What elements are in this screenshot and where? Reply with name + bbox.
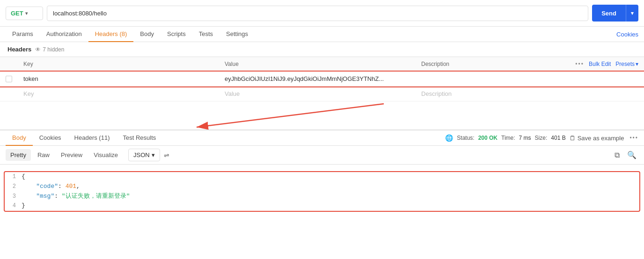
response-tab-test-results[interactable]: Test Results bbox=[116, 130, 162, 146]
desc-placeholder: Description bbox=[421, 90, 452, 97]
cookies-link[interactable]: Cookies bbox=[616, 27, 638, 42]
code-line-2: 2 "code": 401, bbox=[5, 182, 639, 192]
size-label: Size: bbox=[535, 135, 548, 141]
code-line-3: 3 "msg": "认证失败，请重新登录" bbox=[5, 192, 639, 201]
status-label: Status: bbox=[457, 135, 474, 141]
response-meta: 🌐 Status: 200 OK Time: 7 ms Size: 401 B … bbox=[445, 134, 638, 142]
empty-value-cell[interactable]: Value bbox=[219, 86, 416, 101]
table-row: token eyJhbGciOiJIUzI1NiJ9.eyJqdGkiOiJmM… bbox=[0, 72, 644, 86]
response-section: Body Cookies Headers (11) Test Results 🌐… bbox=[0, 130, 644, 218]
top-bar: GET ▾ Send ▾ bbox=[0, 0, 644, 27]
tab-body[interactable]: Body bbox=[133, 27, 161, 42]
row-value-value: eyJhbGciOiJIUzI1NiJ9.eyJqdGkiOiJmMmNjOGE… bbox=[225, 75, 384, 82]
bulk-edit-button[interactable]: Bulk Edit bbox=[589, 61, 611, 67]
arrow-svg bbox=[0, 101, 644, 130]
save-icon: 🗒 bbox=[570, 135, 576, 142]
row-actions-cell bbox=[569, 72, 644, 86]
row-key-value: token bbox=[23, 75, 38, 82]
more-options-response-icon[interactable]: ••• bbox=[629, 135, 638, 141]
tab-settings[interactable]: Settings bbox=[220, 27, 255, 42]
presets-chevron-icon: ▾ bbox=[636, 61, 638, 67]
tab-params[interactable]: Params bbox=[6, 27, 40, 42]
save-example-label: Save as example bbox=[578, 135, 624, 142]
format-type-chevron-icon: ▾ bbox=[152, 151, 155, 158]
th-key: Key bbox=[18, 57, 219, 72]
key-placeholder: Key bbox=[23, 90, 34, 97]
globe-icon: 🌐 bbox=[445, 134, 453, 142]
format-tab-raw[interactable]: Raw bbox=[33, 149, 54, 161]
empty-actions-cell bbox=[569, 86, 644, 101]
line-content-1: { bbox=[22, 172, 639, 182]
empty-desc-cell[interactable]: Description bbox=[416, 86, 569, 101]
eye-icon: 👁 bbox=[35, 46, 41, 53]
line-content-2: "code": 401, bbox=[22, 182, 639, 192]
response-tabs: Body Cookies Headers (11) Test Results 🌐… bbox=[0, 130, 644, 146]
format-tab-pretty[interactable]: Pretty bbox=[6, 149, 31, 161]
wrap-icon[interactable]: ⇌ bbox=[164, 151, 169, 159]
more-options-icon[interactable]: ••• bbox=[575, 61, 584, 67]
hidden-count: 7 hidden bbox=[43, 46, 64, 53]
th-value: Value bbox=[219, 57, 416, 72]
method-select[interactable]: GET ▾ bbox=[6, 7, 43, 20]
row-checkbox[interactable] bbox=[6, 76, 12, 82]
tab-authorization[interactable]: Authorization bbox=[40, 27, 88, 42]
method-chevron-icon: ▾ bbox=[25, 11, 28, 16]
annotation-area bbox=[0, 101, 644, 130]
method-label: GET bbox=[11, 10, 23, 17]
format-actions: ⧉ 🔍 bbox=[613, 149, 638, 161]
row-desc-cell[interactable] bbox=[416, 72, 569, 86]
code-line-4: 4 } bbox=[5, 201, 639, 211]
headers-title: Headers bbox=[7, 46, 31, 53]
th-description: Description bbox=[416, 57, 569, 72]
copy-button[interactable]: ⧉ bbox=[613, 149, 622, 161]
code-line-1: 1 { bbox=[5, 172, 639, 182]
line-num-1: 1 bbox=[5, 172, 22, 182]
save-as-example-button[interactable]: 🗒 Save as example bbox=[570, 135, 624, 142]
headers-table: Key Value Description ••• Bulk Edit Pres… bbox=[0, 57, 644, 101]
code-area: 1 { 2 "code": 401, 3 "msg": "认证失败，请重新登录"… bbox=[0, 165, 644, 218]
response-tab-headers[interactable]: Headers (11) bbox=[68, 130, 117, 146]
send-chevron-icon: ▾ bbox=[626, 7, 638, 20]
line-content-4: } bbox=[22, 201, 639, 211]
tab-scripts[interactable]: Scripts bbox=[161, 27, 192, 42]
send-button[interactable]: Send ▾ bbox=[592, 5, 638, 22]
response-tab-cookies[interactable]: Cookies bbox=[33, 130, 68, 146]
format-type-dropdown[interactable]: JSON ▾ bbox=[128, 149, 160, 161]
code-box: 1 { 2 "code": 401, 3 "msg": "认证失败，请重新登录"… bbox=[4, 171, 640, 212]
line-num-4: 4 bbox=[5, 201, 22, 211]
headers-section-header: Headers 👁 7 hidden bbox=[0, 42, 644, 57]
presets-button[interactable]: Presets ▾ bbox=[615, 61, 638, 67]
tab-tests[interactable]: Tests bbox=[192, 27, 220, 42]
row-key-cell[interactable]: token bbox=[18, 72, 219, 86]
value-placeholder: Value bbox=[225, 90, 240, 97]
line-content-3: "msg": "认证失败，请重新登录" bbox=[22, 192, 639, 201]
line-num-3: 3 bbox=[5, 192, 22, 201]
empty-key-cell[interactable]: Key bbox=[18, 86, 219, 101]
time-value: 7 ms bbox=[519, 135, 531, 141]
hidden-badge: 👁 7 hidden bbox=[35, 46, 64, 53]
empty-checkbox-cell bbox=[0, 86, 18, 101]
th-actions: ••• Bulk Edit Presets ▾ bbox=[569, 57, 644, 72]
svg-line-0 bbox=[197, 104, 384, 127]
response-tab-body[interactable]: Body bbox=[6, 130, 33, 146]
row-checkbox-cell bbox=[0, 72, 18, 86]
th-checkbox bbox=[0, 57, 18, 72]
size-value: 401 B bbox=[551, 135, 565, 141]
format-tab-preview[interactable]: Preview bbox=[56, 149, 87, 161]
format-bar: Pretty Raw Preview Visualize JSON ▾ ⇌ ⧉ … bbox=[0, 146, 644, 165]
time-label: Time: bbox=[501, 135, 515, 141]
search-button[interactable]: 🔍 bbox=[625, 149, 638, 161]
send-button-label: Send bbox=[592, 6, 626, 21]
format-type-label: JSON bbox=[133, 151, 150, 158]
status-value: 200 OK bbox=[478, 135, 498, 141]
format-tab-visualize[interactable]: Visualize bbox=[89, 149, 123, 161]
url-input[interactable] bbox=[47, 6, 588, 21]
line-num-2: 2 bbox=[5, 182, 22, 192]
tab-headers[interactable]: Headers (8) bbox=[88, 27, 134, 42]
table-row-empty: Key Value Description bbox=[0, 86, 644, 101]
request-tabs: Params Authorization Headers (8) Body Sc… bbox=[0, 27, 644, 42]
row-value-cell[interactable]: eyJhbGciOiJIUzI1NiJ9.eyJqdGkiOiJmMmNjOGE… bbox=[219, 72, 416, 86]
